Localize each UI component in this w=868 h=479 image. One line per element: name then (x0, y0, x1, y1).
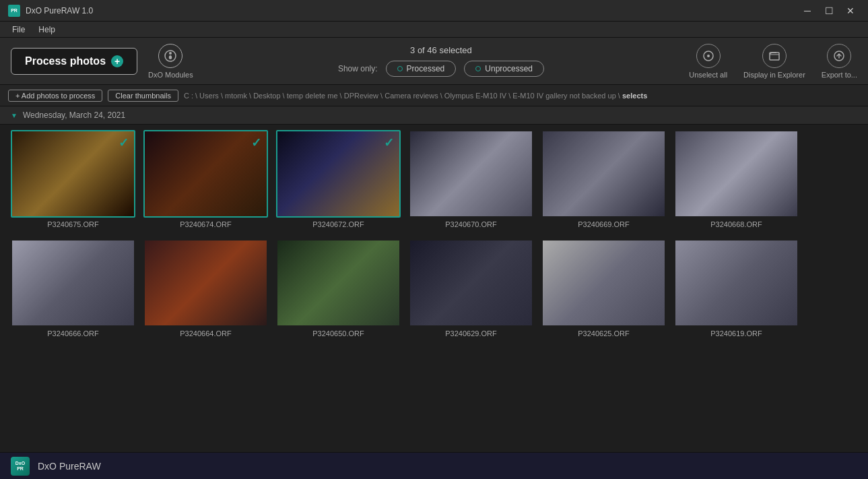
list-item[interactable]: P3240619.ORF (674, 239, 799, 338)
photo-thumbnail (145, 131, 267, 216)
photo-thumb-wrapper (541, 130, 666, 218)
display-explorer-icon (762, 44, 787, 68)
photo-thumb-wrapper (11, 239, 135, 327)
photo-thumb-wrapper (143, 239, 268, 327)
photo-thumbnail (145, 241, 267, 325)
photo-thumbnail (543, 131, 665, 216)
photo-filename: P3240675.ORF (47, 220, 98, 228)
maximize-button[interactable]: ☐ (820, 4, 838, 18)
path-text: C : \ Users \ mtomk \ Desktop \ temp del… (184, 92, 620, 100)
photo-filename: P3240669.ORF (578, 220, 629, 228)
photo-filename: P3240619.ORF (710, 329, 762, 338)
unprocessed-dot-icon (475, 66, 481, 71)
list-item[interactable]: ✓ P3240675.ORF (11, 130, 135, 228)
photo-thumb-wrapper (541, 239, 666, 327)
app-logo-icon: PR (8, 5, 20, 17)
list-item[interactable]: P3240625.ORF (541, 239, 666, 338)
selection-info: 3 of 46 selected (410, 45, 472, 55)
close-button[interactable]: ✕ (841, 4, 860, 18)
photo-filename: P3240670.ORF (445, 220, 496, 228)
photo-thumbnail (277, 241, 399, 325)
photo-thumb-wrapper: ✓ (143, 130, 268, 218)
svg-rect-4 (770, 53, 779, 60)
dxo-modules-icon (158, 44, 182, 68)
list-item[interactable]: P3240629.ORF (409, 239, 533, 338)
status-logo-icon: DxOPR (11, 457, 30, 476)
dxo-modules-label: DxO Modules (148, 71, 193, 79)
export-icon (827, 44, 851, 68)
unselect-all-button[interactable]: Unselect all (689, 44, 727, 79)
photo-thumbnail (12, 241, 134, 325)
unselect-all-icon (696, 44, 721, 68)
clear-thumbnails-button[interactable]: Clear thumbnails (108, 90, 178, 102)
checkmark-icon: ✓ (384, 135, 394, 150)
list-item[interactable]: P3240664.ORF (143, 239, 268, 338)
photo-thumbnail (12, 131, 134, 216)
photo-thumb-wrapper (276, 239, 401, 327)
photo-thumbnail (543, 241, 665, 325)
checkmark-icon: ✓ (251, 135, 261, 150)
checkmark-icon: ✓ (119, 135, 129, 150)
photo-filename: P3240674.ORF (180, 220, 231, 228)
photo-filename: P3240629.ORF (445, 329, 496, 338)
photo-row-2: P3240666.ORF P3240664.ORF P3240650.ORF P… (11, 239, 857, 338)
toolbar-center: 3 of 46 selected Show only: Processed Un… (204, 45, 679, 77)
minimize-button[interactable]: ─ (798, 4, 817, 18)
unprocessed-filter-label: Unprocessed (485, 64, 533, 73)
path-end-text: selects (622, 92, 647, 100)
list-item[interactable]: P3240666.ORF (11, 239, 135, 338)
photo-thumbnail (410, 131, 532, 216)
list-item[interactable]: P3240668.ORF (674, 130, 799, 228)
process-photos-button[interactable]: Process photos + (11, 48, 137, 75)
photo-thumb-wrapper (674, 239, 799, 327)
list-item[interactable]: P3240650.ORF (276, 239, 401, 338)
list-item[interactable]: ✓ P3240672.ORF (276, 130, 401, 228)
svg-point-1 (169, 52, 172, 55)
photo-filename: P3240672.ORF (312, 220, 364, 228)
processed-filter-button[interactable]: Processed (386, 61, 457, 77)
photo-filename: P3240668.ORF (710, 220, 762, 228)
photo-filename: P3240650.ORF (312, 329, 364, 338)
display-in-explorer-label: Display in Explorer (743, 71, 805, 79)
show-only-row: Show only: Processed Unprocessed (338, 61, 544, 77)
add-photos-button[interactable]: + Add photos to process (8, 90, 102, 102)
photo-thumbnail (675, 241, 797, 325)
titlebar-title: DxO PureRAW 1.0 (26, 6, 93, 15)
status-app-name: DxO PureRAW (38, 461, 101, 472)
dxo-modules-button[interactable]: DxO Modules (148, 44, 193, 79)
photo-thumb-wrapper (409, 239, 533, 327)
pathbar-path: C : \ Users \ mtomk \ Desktop \ temp del… (184, 92, 647, 100)
list-item[interactable]: P3240670.ORF (409, 130, 533, 228)
list-item[interactable]: P3240669.ORF (541, 130, 666, 228)
processed-filter-label: Processed (407, 64, 445, 73)
photo-thumbnail (675, 131, 797, 216)
menu-help[interactable]: Help (32, 24, 62, 36)
list-item[interactable]: ✓ P3240674.ORF (143, 130, 268, 228)
pathbar: + Add photos to process Clear thumbnails… (0, 85, 868, 106)
titlebar: PR DxO PureRAW 1.0 ─ ☐ ✕ (0, 0, 868, 22)
photo-thumb-wrapper (674, 130, 799, 218)
unprocessed-filter-button[interactable]: Unprocessed (464, 61, 544, 77)
titlebar-controls: ─ ☐ ✕ (798, 4, 860, 18)
toolbar-right: Unselect all Display in Explorer Expo (689, 44, 857, 79)
show-only-label: Show only: (338, 64, 378, 73)
menu-file[interactable]: File (5, 24, 32, 36)
svg-point-3 (707, 55, 710, 57)
photo-thumb-wrapper (409, 130, 533, 218)
photo-thumb-wrapper: ✓ (11, 130, 135, 218)
unselect-all-label: Unselect all (689, 71, 727, 79)
processed-dot-icon (397, 66, 403, 71)
photo-thumbnail (277, 131, 399, 216)
export-to-button[interactable]: Export to... (822, 44, 857, 79)
photo-row-1: ✓ P3240675.ORF ✓ P3240674.ORF ✓ P3240672… (11, 130, 857, 228)
process-photos-label: Process photos (25, 55, 106, 67)
display-in-explorer-button[interactable]: Display in Explorer (743, 44, 805, 79)
photo-filename: P3240625.ORF (578, 329, 629, 338)
toolbar: Process photos + DxO Modules 3 of 46 sel… (0, 38, 868, 85)
export-to-label: Export to... (822, 71, 857, 79)
menubar: File Help (0, 22, 868, 38)
photo-filename: P3240664.ORF (180, 329, 231, 338)
chevron-down-icon: ▼ (11, 112, 18, 119)
photo-grid[interactable]: ✓ P3240675.ORF ✓ P3240674.ORF ✓ P3240672… (0, 125, 868, 452)
photo-thumbnail (410, 241, 532, 325)
